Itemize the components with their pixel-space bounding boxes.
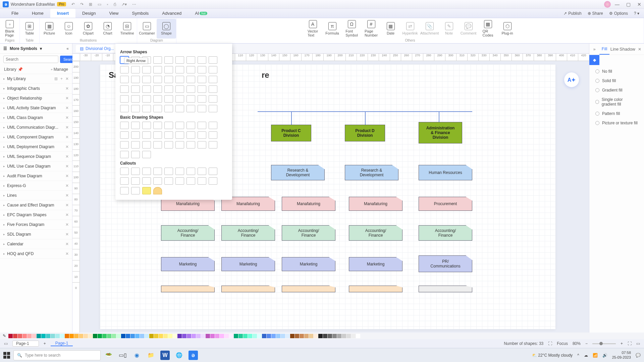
color-swatch[interactable] bbox=[37, 334, 41, 338]
shape-thumbnail[interactable] bbox=[209, 122, 217, 129]
note-button[interactable]: ✎Note bbox=[439, 19, 459, 39]
start-button[interactable] bbox=[3, 352, 10, 359]
dept-box[interactable]: Accounting/ Finance bbox=[161, 225, 215, 241]
fill-option[interactable]: Pattern fill bbox=[595, 111, 638, 116]
color-swatch[interactable] bbox=[93, 334, 97, 338]
color-swatch[interactable] bbox=[13, 334, 17, 338]
fill-option[interactable]: Solid fill bbox=[595, 78, 638, 83]
menu-insert[interactable]: Insert bbox=[50, 9, 75, 18]
shape-thumbnail[interactable] bbox=[164, 95, 173, 103]
shape-thumbnail[interactable] bbox=[209, 76, 217, 83]
color-swatch[interactable] bbox=[243, 334, 248, 338]
shape-thumbnail[interactable] bbox=[142, 187, 151, 194]
shape-thumbnail[interactable] bbox=[175, 56, 184, 64]
clipart-button[interactable]: ✿Clipart bbox=[78, 19, 98, 39]
shape-thumbnail[interactable] bbox=[120, 76, 129, 83]
color-swatch[interactable] bbox=[215, 334, 219, 338]
shape-thumbnail[interactable] bbox=[142, 76, 151, 83]
shape-thumbnail[interactable] bbox=[120, 66, 129, 73]
color-swatch[interactable] bbox=[210, 334, 215, 338]
color-swatch[interactable] bbox=[285, 334, 290, 338]
library-item[interactable]: ▸UML Activity State Diagram✕ bbox=[0, 103, 72, 113]
maximize-icon[interactable]: ▢ bbox=[626, 2, 631, 7]
library-item[interactable]: ▸Lines✕ bbox=[0, 191, 72, 200]
dept-box[interactable]: Accounting/ Finance bbox=[221, 225, 275, 241]
color-swatch[interactable] bbox=[18, 334, 22, 338]
color-swatch[interactable] bbox=[309, 334, 313, 338]
library-item[interactable]: ▸UML Deployment Diagram✕ bbox=[0, 142, 72, 152]
shape-thumbnail[interactable] bbox=[209, 85, 217, 93]
shape-thumbnail[interactable] bbox=[186, 85, 195, 93]
system-clock[interactable]: 07:5825-09-2023 bbox=[612, 351, 631, 359]
shape-thumbnail[interactable] bbox=[175, 141, 184, 148]
shape-thumbnail[interactable] bbox=[186, 177, 195, 185]
shape-thumbnail[interactable] bbox=[198, 141, 206, 148]
help-icon[interactable]: ? ▾ bbox=[634, 11, 639, 16]
onedrive-icon[interactable]: ☁ bbox=[584, 353, 588, 358]
shadow-tab[interactable]: Shadow bbox=[620, 44, 635, 54]
shape-thumbnail[interactable] bbox=[209, 95, 217, 103]
shape-thumbnail[interactable] bbox=[153, 56, 162, 64]
plugin-button[interactable]: ⬡Plug-in bbox=[498, 19, 517, 39]
color-swatch[interactable] bbox=[328, 334, 332, 338]
color-swatch[interactable] bbox=[140, 334, 144, 338]
ai-assistant-button[interactable]: A✦ bbox=[564, 72, 579, 87]
color-swatch[interactable] bbox=[135, 334, 140, 338]
shape-thumbnail[interactable] bbox=[120, 131, 129, 139]
shape-thumbnail[interactable] bbox=[131, 141, 140, 148]
shape-button[interactable]: ◯Shape bbox=[157, 19, 176, 39]
close-panel-icon[interactable]: ✕ bbox=[635, 47, 644, 52]
library-item[interactable]: ▸HOQ and QFD✕ bbox=[0, 249, 72, 259]
date-button[interactable]: ▦Date bbox=[381, 19, 400, 39]
volume-icon[interactable]: 🔊 bbox=[602, 353, 607, 358]
dept-box[interactable]: Accounting/ Finance bbox=[419, 225, 472, 241]
line-tab[interactable]: Line bbox=[609, 44, 620, 54]
color-swatch[interactable] bbox=[234, 334, 238, 338]
formula-button[interactable]: πFormula bbox=[323, 19, 342, 39]
table-button[interactable]: ⊞Table bbox=[20, 19, 39, 39]
dept-box[interactable]: Marketing bbox=[221, 257, 275, 271]
shape-thumbnail[interactable] bbox=[209, 141, 217, 148]
shape-thumbnail[interactable] bbox=[142, 85, 151, 93]
windows-search[interactable]: 🔍 Type here to search bbox=[13, 350, 101, 360]
font-symbol-button[interactable]: ΩFont Symbol bbox=[342, 19, 362, 39]
shape-thumbnail[interactable] bbox=[175, 95, 184, 103]
color-swatch[interactable] bbox=[248, 334, 252, 338]
shape-thumbnail[interactable] bbox=[142, 105, 151, 112]
fullscreen-icon[interactable]: ⛶ bbox=[628, 341, 632, 346]
color-swatch[interactable] bbox=[84, 334, 88, 338]
view-icon[interactable]: ▭ bbox=[4, 341, 8, 346]
shape-thumbnail[interactable] bbox=[164, 122, 173, 129]
shape-thumbnail[interactable] bbox=[164, 66, 173, 73]
color-swatch[interactable] bbox=[88, 334, 93, 338]
shape-thumbnail[interactable] bbox=[164, 168, 173, 175]
color-swatch[interactable] bbox=[60, 334, 64, 338]
zoom-slider[interactable] bbox=[592, 343, 616, 344]
dept-box[interactable] bbox=[349, 286, 402, 292]
chart-button[interactable]: ◔Chart bbox=[98, 19, 117, 39]
color-swatch[interactable] bbox=[74, 334, 78, 338]
zoom-in-button[interactable]: + bbox=[621, 341, 623, 346]
tray-chevron-icon[interactable]: ^ bbox=[577, 353, 579, 358]
color-swatch[interactable] bbox=[271, 334, 276, 338]
color-swatch[interactable] bbox=[163, 334, 168, 338]
fill-tab[interactable]: Fill bbox=[599, 44, 609, 55]
library-item[interactable]: ▸UML Component Diagram✕ bbox=[0, 132, 72, 142]
focus-label[interactable]: Focus bbox=[557, 341, 568, 346]
undo-icon[interactable]: ↶ bbox=[71, 2, 75, 7]
shape-thumbnail[interactable] bbox=[198, 105, 206, 112]
shape-thumbnail[interactable] bbox=[142, 66, 151, 73]
color-swatch[interactable] bbox=[116, 334, 121, 338]
color-swatch[interactable] bbox=[206, 334, 210, 338]
library-item[interactable]: ▸Five Forces Diagram✕ bbox=[0, 220, 72, 230]
presentation-icon[interactable]: ▭ bbox=[636, 341, 640, 346]
fit-icon[interactable]: ⛶ bbox=[548, 341, 552, 346]
shape-thumbnail[interactable] bbox=[198, 168, 206, 175]
shape-thumbnail[interactable] bbox=[120, 168, 129, 175]
color-swatch[interactable] bbox=[8, 334, 13, 338]
shape-thumbnail[interactable] bbox=[186, 168, 195, 175]
shape-thumbnail[interactable] bbox=[198, 122, 206, 129]
color-swatch[interactable] bbox=[346, 334, 351, 338]
shape-thumbnail[interactable] bbox=[198, 85, 206, 93]
shape-thumbnail[interactable] bbox=[131, 95, 140, 103]
